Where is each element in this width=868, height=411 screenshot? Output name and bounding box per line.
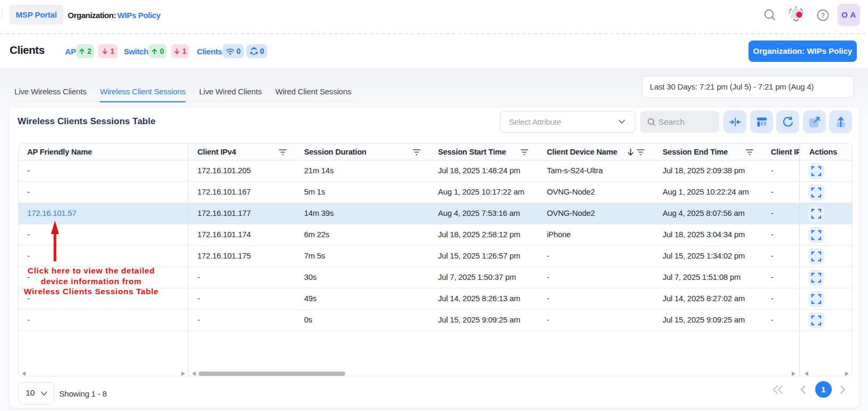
svg-text:?: ? <box>821 11 825 19</box>
